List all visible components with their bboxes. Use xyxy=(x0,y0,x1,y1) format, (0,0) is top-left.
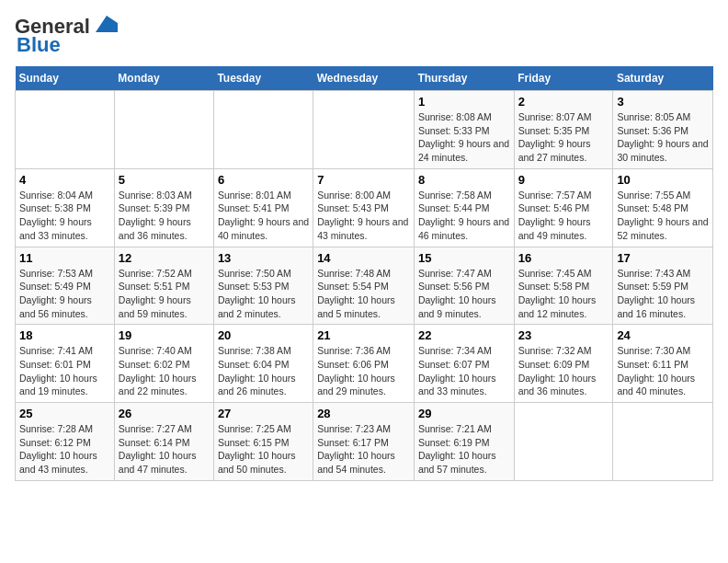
day-info: Sunrise: 7:52 AM Sunset: 5:51 PM Dayligh… xyxy=(119,267,210,321)
logo: General Blue xyxy=(15,15,118,57)
day-number: 2 xyxy=(518,95,609,109)
day-cell: 20Sunrise: 7:38 AM Sunset: 6:04 PM Dayli… xyxy=(213,325,313,403)
day-info: Sunrise: 8:04 AM Sunset: 5:38 PM Dayligh… xyxy=(19,189,110,243)
day-cell: 27Sunrise: 7:25 AM Sunset: 6:15 PM Dayli… xyxy=(213,403,313,481)
day-cell xyxy=(114,91,213,169)
day-number: 29 xyxy=(418,407,510,420)
day-cell xyxy=(514,403,613,481)
day-info: Sunrise: 7:41 AM Sunset: 6:01 PM Dayligh… xyxy=(19,344,110,398)
day-cell: 14Sunrise: 7:48 AM Sunset: 5:54 PM Dayli… xyxy=(313,247,415,325)
day-number: 10 xyxy=(617,173,709,187)
day-number: 22 xyxy=(418,328,510,342)
day-number: 24 xyxy=(617,328,709,342)
day-info: Sunrise: 7:55 AM Sunset: 5:48 PM Dayligh… xyxy=(617,189,709,243)
day-number: 12 xyxy=(119,251,210,265)
day-cell: 22Sunrise: 7:34 AM Sunset: 6:07 PM Dayli… xyxy=(414,325,514,403)
day-number: 28 xyxy=(317,407,410,420)
day-cell xyxy=(613,403,713,481)
day-cell xyxy=(213,91,313,169)
day-header-tuesday: Tuesday xyxy=(213,66,313,91)
day-cell: 4Sunrise: 8:04 AM Sunset: 5:38 PM Daylig… xyxy=(16,168,115,247)
day-cell: 10Sunrise: 7:55 AM Sunset: 5:48 PM Dayli… xyxy=(613,168,713,247)
day-info: Sunrise: 7:25 AM Sunset: 6:15 PM Dayligh… xyxy=(218,422,309,477)
day-info: Sunrise: 8:07 AM Sunset: 5:35 PM Dayligh… xyxy=(518,110,609,165)
day-number: 11 xyxy=(19,251,110,265)
day-info: Sunrise: 7:32 AM Sunset: 6:09 PM Dayligh… xyxy=(518,344,609,398)
day-cell: 19Sunrise: 7:40 AM Sunset: 6:02 PM Dayli… xyxy=(114,325,213,403)
day-number: 17 xyxy=(617,251,709,265)
logo-blue: Blue xyxy=(17,33,61,57)
day-cell xyxy=(313,91,415,169)
day-cell: 21Sunrise: 7:36 AM Sunset: 6:06 PM Dayli… xyxy=(313,325,415,403)
day-info: Sunrise: 7:36 AM Sunset: 6:06 PM Dayligh… xyxy=(317,344,410,398)
day-cell: 24Sunrise: 7:30 AM Sunset: 6:11 PM Dayli… xyxy=(613,325,713,403)
day-cell: 18Sunrise: 7:41 AM Sunset: 6:01 PM Dayli… xyxy=(16,325,115,403)
day-number: 23 xyxy=(518,328,609,342)
day-info: Sunrise: 8:05 AM Sunset: 5:36 PM Dayligh… xyxy=(617,110,709,165)
day-number: 26 xyxy=(119,407,210,420)
day-cell: 16Sunrise: 7:45 AM Sunset: 5:58 PM Dayli… xyxy=(514,247,613,325)
day-info: Sunrise: 7:58 AM Sunset: 5:44 PM Dayligh… xyxy=(418,189,510,243)
week-row-5: 25Sunrise: 7:28 AM Sunset: 6:12 PM Dayli… xyxy=(16,403,713,481)
week-row-2: 4Sunrise: 8:04 AM Sunset: 5:38 PM Daylig… xyxy=(16,168,713,247)
day-number: 16 xyxy=(518,251,609,265)
day-cell: 17Sunrise: 7:43 AM Sunset: 5:59 PM Dayli… xyxy=(613,247,713,325)
day-number: 15 xyxy=(418,251,510,265)
day-info: Sunrise: 7:50 AM Sunset: 5:53 PM Dayligh… xyxy=(218,267,309,321)
day-number: 18 xyxy=(19,328,110,342)
day-info: Sunrise: 7:43 AM Sunset: 5:59 PM Dayligh… xyxy=(617,267,709,321)
day-info: Sunrise: 8:08 AM Sunset: 5:33 PM Dayligh… xyxy=(418,110,510,165)
day-cell: 3Sunrise: 8:05 AM Sunset: 5:36 PM Daylig… xyxy=(613,91,713,169)
day-cell xyxy=(16,91,115,169)
svg-marker-0 xyxy=(96,16,118,32)
day-number: 5 xyxy=(119,173,210,187)
day-cell: 29Sunrise: 7:21 AM Sunset: 6:19 PM Dayli… xyxy=(414,403,514,481)
day-number: 19 xyxy=(119,328,210,342)
page-header: General Blue xyxy=(15,15,713,57)
day-cell: 7Sunrise: 8:00 AM Sunset: 5:43 PM Daylig… xyxy=(313,168,415,247)
day-cell: 8Sunrise: 7:58 AM Sunset: 5:44 PM Daylig… xyxy=(414,168,514,247)
calendar-table: SundayMondayTuesdayWednesdayThursdayFrid… xyxy=(15,66,713,481)
day-cell: 26Sunrise: 7:27 AM Sunset: 6:14 PM Dayli… xyxy=(114,403,213,481)
day-info: Sunrise: 7:45 AM Sunset: 5:58 PM Dayligh… xyxy=(518,267,609,321)
day-number: 9 xyxy=(518,173,609,187)
day-header-wednesday: Wednesday xyxy=(313,66,415,91)
day-cell: 5Sunrise: 8:03 AM Sunset: 5:39 PM Daylig… xyxy=(114,168,213,247)
day-cell: 13Sunrise: 7:50 AM Sunset: 5:53 PM Dayli… xyxy=(213,247,313,325)
logo-icon xyxy=(92,14,118,34)
day-info: Sunrise: 8:00 AM Sunset: 5:43 PM Dayligh… xyxy=(317,189,410,243)
day-cell: 6Sunrise: 8:01 AM Sunset: 5:41 PM Daylig… xyxy=(213,168,313,247)
week-row-3: 11Sunrise: 7:53 AM Sunset: 5:49 PM Dayli… xyxy=(16,247,713,325)
day-number: 14 xyxy=(317,251,410,265)
week-row-1: 1Sunrise: 8:08 AM Sunset: 5:33 PM Daylig… xyxy=(16,91,713,169)
day-number: 4 xyxy=(19,173,110,187)
day-cell: 25Sunrise: 7:28 AM Sunset: 6:12 PM Dayli… xyxy=(16,403,115,481)
day-number: 6 xyxy=(218,173,309,187)
day-cell: 12Sunrise: 7:52 AM Sunset: 5:51 PM Dayli… xyxy=(114,247,213,325)
day-number: 21 xyxy=(317,328,410,342)
day-number: 1 xyxy=(418,95,510,109)
day-cell: 23Sunrise: 7:32 AM Sunset: 6:09 PM Dayli… xyxy=(514,325,613,403)
day-info: Sunrise: 8:01 AM Sunset: 5:41 PM Dayligh… xyxy=(218,189,309,243)
day-cell: 9Sunrise: 7:57 AM Sunset: 5:46 PM Daylig… xyxy=(514,168,613,247)
day-info: Sunrise: 7:53 AM Sunset: 5:49 PM Dayligh… xyxy=(19,267,110,321)
day-header-sunday: Sunday xyxy=(16,66,115,91)
day-info: Sunrise: 8:03 AM Sunset: 5:39 PM Dayligh… xyxy=(119,189,210,243)
day-info: Sunrise: 7:28 AM Sunset: 6:12 PM Dayligh… xyxy=(19,422,110,477)
day-header-thursday: Thursday xyxy=(414,66,514,91)
day-info: Sunrise: 7:57 AM Sunset: 5:46 PM Dayligh… xyxy=(518,189,609,243)
day-number: 20 xyxy=(218,328,309,342)
day-header-saturday: Saturday xyxy=(613,66,713,91)
day-header-friday: Friday xyxy=(514,66,613,91)
day-info: Sunrise: 7:38 AM Sunset: 6:04 PM Dayligh… xyxy=(218,344,309,398)
day-cell: 1Sunrise: 8:08 AM Sunset: 5:33 PM Daylig… xyxy=(414,91,514,169)
day-cell: 28Sunrise: 7:23 AM Sunset: 6:17 PM Dayli… xyxy=(313,403,415,481)
day-info: Sunrise: 7:23 AM Sunset: 6:17 PM Dayligh… xyxy=(317,422,410,477)
week-row-4: 18Sunrise: 7:41 AM Sunset: 6:01 PM Dayli… xyxy=(16,325,713,403)
day-info: Sunrise: 7:21 AM Sunset: 6:19 PM Dayligh… xyxy=(418,422,510,477)
day-info: Sunrise: 7:27 AM Sunset: 6:14 PM Dayligh… xyxy=(119,422,210,477)
header-row: SundayMondayTuesdayWednesdayThursdayFrid… xyxy=(16,66,713,91)
day-number: 8 xyxy=(418,173,510,187)
day-cell: 2Sunrise: 8:07 AM Sunset: 5:35 PM Daylig… xyxy=(514,91,613,169)
day-number: 25 xyxy=(19,407,110,420)
